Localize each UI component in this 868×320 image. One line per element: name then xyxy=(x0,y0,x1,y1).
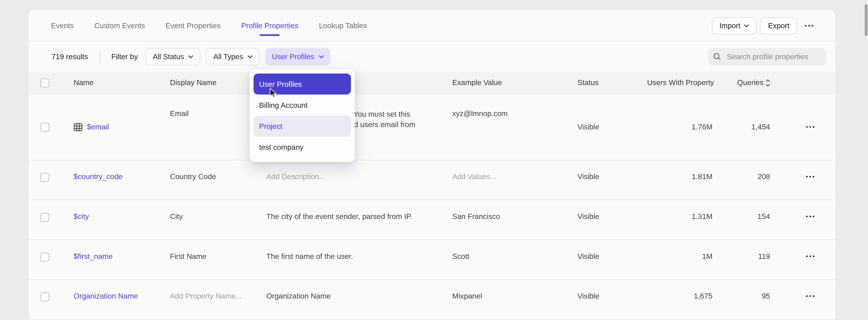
table-row: $first_name First Name The first name of… xyxy=(29,240,836,280)
queries-label: Queries xyxy=(737,78,763,87)
type-filter-label: All Types xyxy=(213,52,243,61)
profile-properties-panel: Events Custom Events Event Properties Pr… xyxy=(29,10,836,320)
tabs-bar: Events Custom Events Event Properties Pr… xyxy=(29,10,836,42)
dropdown-item-user-profiles[interactable]: User Profiles xyxy=(254,74,351,95)
property-name-cell: $email xyxy=(74,122,170,131)
chevron-down-icon xyxy=(247,55,252,58)
example-value-cell[interactable]: Add Values... xyxy=(452,161,578,181)
status-cell: Visible xyxy=(578,161,647,181)
tab-event-properties[interactable]: Event Properties xyxy=(165,10,221,41)
display-name-cell[interactable]: Country Code xyxy=(170,161,266,181)
chevron-down-icon xyxy=(319,55,323,58)
row-more-icon[interactable] xyxy=(806,216,814,217)
results-count: 719 results xyxy=(52,52,88,61)
app-viewport: Events Custom Events Event Properties Pr… xyxy=(0,0,868,320)
row-actions-cell xyxy=(770,200,835,217)
entity-filter-label: User Profiles xyxy=(272,52,314,61)
export-button[interactable]: Export xyxy=(760,17,797,34)
more-options-icon[interactable] xyxy=(804,23,814,29)
property-name-cell: $first_name xyxy=(74,240,170,260)
example-value-cell[interactable]: xyz@lmnop.com xyxy=(452,94,578,118)
row-checkbox[interactable] xyxy=(40,173,49,182)
property-name-cell: Organization Name xyxy=(74,280,170,300)
entity-filter-button[interactable]: User Profiles xyxy=(265,48,330,65)
description-cell[interactable]: Organization Name xyxy=(266,280,452,300)
property-name-link[interactable]: Organization Name xyxy=(74,292,138,300)
row-more-icon[interactable] xyxy=(806,255,814,257)
tab-events[interactable]: Events xyxy=(51,10,74,41)
type-filter-button[interactable]: All Types xyxy=(206,48,259,65)
queries-cell: 1,454 xyxy=(713,123,770,131)
vertical-scrollbar-thumb[interactable] xyxy=(864,4,867,36)
table-row: $city City The city of the event sender,… xyxy=(29,200,836,240)
row-actions-cell xyxy=(770,126,835,128)
queries-cell: 119 xyxy=(713,240,770,260)
dropdown-item-project[interactable]: Project xyxy=(254,116,351,137)
row-checkbox[interactable] xyxy=(40,122,49,131)
mouse-cursor-icon xyxy=(270,88,277,100)
queries-cell: 95 xyxy=(713,280,770,300)
import-label: Import xyxy=(719,22,740,30)
search-input[interactable] xyxy=(726,52,821,61)
property-name-cell: $country_code xyxy=(74,161,170,181)
column-header-queries[interactable]: Queries xyxy=(713,78,770,87)
table-grid-icon xyxy=(74,122,83,131)
queries-cell: 154 xyxy=(713,200,770,220)
toolbar: Import Export xyxy=(712,17,814,34)
tab-lookup-tables[interactable]: Lookup Tables xyxy=(319,10,367,41)
display-name-cell[interactable]: City xyxy=(170,200,266,220)
property-name-link[interactable]: $email xyxy=(87,123,109,131)
users-with-property-cell: 1.76M xyxy=(647,123,712,131)
example-value-cell[interactable]: Scott xyxy=(452,240,578,260)
row-more-icon[interactable] xyxy=(806,176,814,178)
status-cell: Visible xyxy=(578,240,647,260)
tab-custom-events[interactable]: Custom Events xyxy=(94,10,145,41)
display-name-cell[interactable]: Add Property Name... xyxy=(170,280,266,300)
column-header-example-value: Example Value xyxy=(452,78,578,87)
table-header: Name Display Name Description Example Va… xyxy=(29,72,836,94)
import-button[interactable]: Import xyxy=(712,17,757,34)
row-actions-cell xyxy=(770,161,835,178)
row-checkbox[interactable] xyxy=(40,253,49,262)
dropdown-item-test-company[interactable]: test company xyxy=(254,137,351,158)
row-checkbox[interactable] xyxy=(40,293,49,301)
status-filter-button[interactable]: All Status xyxy=(146,48,201,65)
search-box[interactable] xyxy=(708,48,826,65)
column-header-name: Name xyxy=(74,78,170,87)
row-actions-cell xyxy=(770,280,835,297)
description-cell[interactable]: The city of the event sender, parsed fro… xyxy=(266,200,452,220)
chevron-down-icon xyxy=(744,24,749,27)
users-with-property-cell: 1.81M xyxy=(647,161,712,181)
row-actions-cell xyxy=(770,240,835,257)
divider xyxy=(100,49,100,65)
column-header-users-with-property: Users With Property xyxy=(647,78,712,87)
property-name-link[interactable]: $first_name xyxy=(74,252,113,260)
example-value-cell[interactable]: Mixpanel xyxy=(452,280,578,300)
tab-profile-properties[interactable]: Profile Properties xyxy=(241,10,299,41)
table-row: $email Email The user's email address. Y… xyxy=(29,94,836,161)
description-cell[interactable]: The first name of the user. xyxy=(266,240,452,260)
search-icon xyxy=(713,52,721,61)
queries-cell: 208 xyxy=(713,161,770,181)
entity-dropdown-menu: User Profiles Billing Account Project te… xyxy=(250,69,355,162)
example-value-cell[interactable]: San Francisco xyxy=(452,200,578,220)
dropdown-item-billing-account[interactable]: Billing Account xyxy=(254,95,351,116)
display-name-cell[interactable]: First Name xyxy=(170,240,266,260)
property-name-link[interactable]: $city xyxy=(74,212,89,221)
status-cell: Visible xyxy=(578,280,647,300)
row-more-icon[interactable] xyxy=(806,126,814,128)
status-filter-label: All Status xyxy=(153,52,184,61)
row-more-icon[interactable] xyxy=(806,295,814,297)
chevron-down-icon xyxy=(188,55,193,58)
sort-icon[interactable] xyxy=(766,79,770,86)
description-cell[interactable]: Add Description... xyxy=(266,161,452,181)
filter-bar: 719 results Filter by All Status All Typ… xyxy=(29,41,836,72)
column-header-status: Status xyxy=(578,78,647,87)
property-name-link[interactable]: $country_code xyxy=(74,173,123,181)
table-row: Organization Name Add Property Name... O… xyxy=(29,280,836,320)
filter-by-label: Filter by xyxy=(111,52,138,61)
select-all-checkbox[interactable] xyxy=(40,78,49,87)
row-checkbox[interactable] xyxy=(40,213,49,222)
property-name-cell: $city xyxy=(74,200,170,220)
status-cell: Visible xyxy=(578,200,647,220)
